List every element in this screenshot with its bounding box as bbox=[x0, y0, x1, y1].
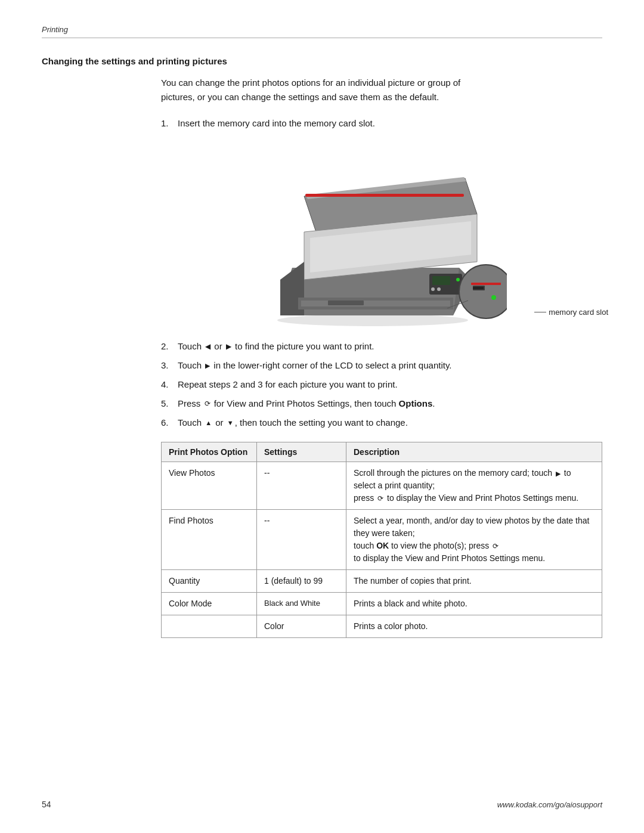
step-1: 1. Insert the memory card into the memor… bbox=[161, 116, 602, 131]
table-row: Quantity 1 (default) to 99 The number of… bbox=[162, 570, 602, 593]
content-area: You can change the print photos options … bbox=[42, 76, 602, 638]
printer-svg bbox=[256, 160, 507, 327]
cell-settings-3: 1 (default) to 99 bbox=[257, 570, 346, 593]
cell-desc-4: Prints a black and white photo. bbox=[346, 593, 602, 615]
step-4: 4. Repeat steps 2 and 3 for each picture… bbox=[161, 377, 602, 392]
arrow-right-table-1 bbox=[556, 468, 561, 479]
up-arrow-icon bbox=[205, 417, 212, 429]
footer-url: www.kodak.com/go/aiosupport bbox=[497, 800, 602, 809]
printer-image-area: memory card slot bbox=[161, 143, 602, 327]
svg-rect-3 bbox=[432, 276, 450, 285]
memory-card-label: memory card slot bbox=[534, 308, 608, 317]
step-3-text: Touch in the lower-right corner of the L… bbox=[178, 358, 602, 373]
home-icon-table-1 bbox=[377, 493, 383, 504]
cell-desc-1: Scroll through the pictures on the memor… bbox=[346, 462, 602, 510]
page-footer: 54 www.kodak.com/go/aiosupport bbox=[42, 800, 602, 809]
step-1-number: 1. bbox=[161, 116, 178, 131]
cell-option-3: Quantity bbox=[162, 570, 257, 593]
svg-point-6 bbox=[437, 287, 441, 291]
cell-option-2: Find Photos bbox=[162, 510, 257, 570]
svg-point-0 bbox=[277, 314, 468, 326]
breadcrumb: Printing bbox=[42, 25, 68, 34]
svg-rect-7 bbox=[328, 301, 364, 305]
table-row: Find Photos -- Select a year, month, and… bbox=[162, 510, 602, 570]
cell-settings-2: -- bbox=[257, 510, 346, 570]
step-5-text: Press for View and Print Photos Settings… bbox=[178, 397, 602, 411]
col-header-option: Print Photos Option bbox=[162, 442, 257, 462]
options-table: Print Photos Option Settings Description… bbox=[161, 442, 602, 638]
col-header-description: Description bbox=[346, 442, 602, 462]
step-2: 2. Touch or to find the picture you want… bbox=[161, 339, 602, 354]
cell-desc-3: The number of copies that print. bbox=[346, 570, 602, 593]
cell-option-1: View Photos bbox=[162, 462, 257, 510]
cell-desc-5: Prints a color photo. bbox=[346, 615, 602, 638]
cell-settings-5: Color bbox=[257, 615, 346, 638]
svg-rect-10 bbox=[473, 287, 484, 289]
step-2-number: 2. bbox=[161, 339, 178, 354]
table-row: Color Prints a color photo. bbox=[162, 615, 602, 638]
right-arrow-icon bbox=[226, 341, 231, 352]
table-row: View Photos -- Scroll through the pictur… bbox=[162, 462, 602, 510]
step-6: 6. Touch or , then touch the setting you… bbox=[161, 416, 602, 430]
home-icon-table-2 bbox=[493, 541, 499, 552]
cell-desc-2: Select a year, month, and/or day to view… bbox=[346, 510, 602, 570]
svg-rect-11 bbox=[471, 283, 501, 285]
right-arrow-small-icon bbox=[205, 360, 210, 371]
step-3-number: 3. bbox=[161, 358, 178, 373]
step-3: 3. Touch in the lower-right corner of th… bbox=[161, 358, 602, 373]
cell-settings-4: Black and White bbox=[257, 593, 346, 615]
table-header-row: Print Photos Option Settings Description bbox=[162, 442, 602, 462]
memory-card-label-text: memory card slot bbox=[549, 308, 608, 317]
printer-illustration: memory card slot bbox=[256, 160, 507, 327]
col-header-settings: Settings bbox=[257, 442, 346, 462]
step-4-number: 4. bbox=[161, 377, 178, 392]
step-5-number: 5. bbox=[161, 397, 178, 411]
step-6-number: 6. bbox=[161, 416, 178, 430]
home-icon bbox=[205, 398, 210, 410]
step-4-text: Repeat steps 2 and 3 for each picture yo… bbox=[178, 377, 602, 392]
left-arrow-icon bbox=[205, 341, 210, 352]
svg-point-8 bbox=[459, 265, 507, 318]
step-2-text: Touch or to find the picture you want to… bbox=[178, 339, 602, 354]
down-arrow-icon bbox=[227, 417, 234, 429]
cell-option-4: Color Mode bbox=[162, 593, 257, 615]
svg-point-12 bbox=[491, 295, 496, 300]
svg-point-5 bbox=[431, 287, 435, 291]
page-header: Printing bbox=[42, 24, 602, 38]
section-title: Changing the settings and printing pictu… bbox=[42, 56, 602, 66]
intro-text: You can change the print photos options … bbox=[161, 76, 602, 104]
cell-option-5 bbox=[162, 615, 257, 638]
step-5: 5. Press for View and Print Photos Setti… bbox=[161, 397, 602, 411]
page-wrapper: Printing Changing the settings and print… bbox=[0, 0, 644, 833]
page-number: 54 bbox=[42, 800, 51, 809]
svg-rect-1 bbox=[305, 194, 464, 197]
step-6-text: Touch or , then touch the setting you wa… bbox=[178, 416, 602, 430]
table-row: Color Mode Black and White Prints a blac… bbox=[162, 593, 602, 615]
step-1-text: Insert the memory card into the memory c… bbox=[178, 116, 602, 131]
svg-point-4 bbox=[456, 278, 460, 281]
cell-settings-1: -- bbox=[257, 462, 346, 510]
